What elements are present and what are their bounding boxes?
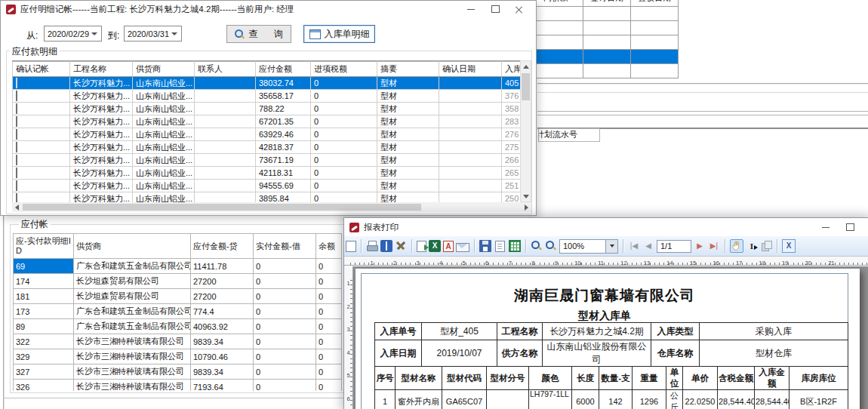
contract-column-header[interactable]: 同价款 (529, 0, 583, 7)
detail-row[interactable]: 长沙万科魅力... 山东南山铝业... 73671.19 0 型材 266 (13, 154, 521, 167)
plan-serial-field[interactable]: 计划流水号 (538, 128, 600, 142)
to-date-combo[interactable]: 2020/03/31 (124, 26, 182, 42)
confirm-checkbox[interactable] (16, 129, 17, 140)
contract-row[interactable] (529, 21, 679, 35)
contract-column-header[interactable]: 验收日期 (631, 0, 679, 7)
close-preview-icon[interactable] (782, 239, 796, 253)
tools-icon[interactable] (395, 240, 407, 252)
preview-area[interactable]: 123456 湖南巨晟门窗幕墙有限公司 型材入库单 入库单号 型材_405 工程… (344, 266, 868, 409)
confirm-checkbox[interactable] (16, 142, 17, 152)
contract-row[interactable] (529, 50, 679, 64)
detail-row[interactable]: 长沙万科魅力... 山东南山铝业... 35658.17 0 型材 376 (13, 90, 521, 103)
export-icon[interactable] (417, 241, 426, 252)
next-page-icon[interactable]: ▶ (694, 240, 706, 252)
horizontal-scrollbar[interactable] (12, 202, 531, 212)
search-icon (235, 29, 244, 38)
confirm-checkbox[interactable] (16, 180, 17, 191)
detail-row[interactable]: 长沙万科魅力... 山东南山铝业... 788.22 0 型材 358 (13, 103, 521, 115)
minimize-button[interactable] (459, 1, 483, 17)
payables-column-header[interactable]: 实付金额-借 (254, 234, 316, 259)
first-page-icon[interactable]: |◀ (628, 240, 640, 252)
prev-page-icon[interactable]: ◀ (642, 240, 654, 252)
hand-tool-icon[interactable] (730, 239, 743, 253)
chevron-down-icon[interactable] (605, 240, 617, 253)
payables-column-header[interactable]: 余额 (316, 234, 342, 259)
detail-row[interactable]: 长沙万科魅力... 山东南山铝业... 94555.69 0 型材 251 (13, 180, 521, 192)
detail-column-header[interactable]: 摘要 (377, 62, 439, 77)
detail-row[interactable]: 长沙万科魅力... 山东南山铝业... 38032.74 0 型材 405 (13, 77, 521, 90)
pdf-icon[interactable] (443, 241, 454, 252)
zoom-in-icon[interactable] (531, 240, 543, 252)
payables-row[interactable]: 69 广东合和建筑五金制品有限公司 11411.78 0 0 (14, 259, 342, 274)
detail-column-header[interactable]: 进项税额 (311, 62, 377, 77)
save-icon[interactable] (479, 240, 491, 252)
payables-row[interactable]: 322 长沙市三湘特种玻璃有限公司 9839.34 0 0 (14, 334, 342, 349)
payables-row[interactable]: 173 广东合和建筑五金制品有限公司 774.4 0 0 (14, 304, 342, 319)
scroll-left-button[interactable] (12, 202, 22, 212)
mail-icon[interactable] (456, 243, 469, 252)
payables-column-header[interactable]: 应-实付款明细ID (14, 234, 74, 259)
from-date-combo[interactable]: 2020/02/29 (44, 26, 102, 42)
minimize-button[interactable] (814, 218, 838, 236)
payables-column-header[interactable]: 应付金额-贷 (191, 234, 254, 259)
payables-detail-titlebar[interactable]: 应付明细记帐------当前工程: 长沙万科魅力之城4.2期------当前用户… (1, 1, 536, 17)
detail-column-header[interactable]: 应付金额 (256, 62, 311, 77)
detail-column-header[interactable]: 确认记帐 (13, 62, 70, 77)
payables-column-header[interactable]: 供货商 (74, 234, 191, 259)
cell-supplier: 山东南山铝业... (133, 103, 195, 115)
last-page-icon[interactable]: ▶| (708, 240, 720, 252)
text-select-icon[interactable] (746, 240, 758, 252)
query-button[interactable]: 查 询 (226, 25, 291, 43)
document-icon[interactable] (495, 241, 505, 252)
scroll-up-button[interactable] (521, 61, 531, 72)
printer-icon[interactable] (366, 240, 378, 252)
book-icon[interactable] (380, 240, 392, 252)
payables-row[interactable]: 327 长沙市三湘特种玻璃有限公司 9839.34 0 0 (14, 364, 342, 380)
detail-column-header[interactable]: 联系人 (195, 62, 256, 77)
scroll-right-button[interactable] (522, 202, 531, 212)
confirm-checkbox[interactable] (16, 168, 17, 178)
confirm-checkbox[interactable] (16, 116, 17, 127)
grid-icon[interactable] (509, 240, 521, 252)
page-indicator-input[interactable]: 1/1 (657, 240, 691, 253)
report-titlebar[interactable]: 报表打印 (344, 218, 868, 236)
contract-row[interactable] (529, 64, 679, 78)
confirm-checkbox[interactable] (16, 103, 17, 114)
excel-icon[interactable] (429, 240, 441, 252)
close-button[interactable] (862, 218, 868, 236)
zoom-out-icon[interactable] (545, 240, 557, 252)
payables-row[interactable]: 329 长沙市三湘特种玻璃有限公司 10790.46 0 0 (14, 349, 342, 364)
scroll-thumb[interactable] (522, 73, 530, 100)
maximize-button[interactable] (483, 1, 507, 17)
payables-row[interactable]: 181 长沙坦森贸易有限公司 27200 0 0 (14, 289, 342, 304)
payables-row[interactable]: 89 广东合和建筑五金制品有限公司 40963.92 0 0 (14, 319, 342, 334)
confirm-checkbox[interactable] (16, 155, 17, 165)
page-setup-icon[interactable] (346, 241, 356, 252)
detail-row[interactable]: 长沙万科魅力... 山东南山铝业... 63929.46 0 型材 276 (13, 128, 521, 141)
scroll-down-button[interactable] (521, 191, 531, 201)
payables-row[interactable]: 326 长沙市三湘特种玻璃有限公司 7193.64 0 0 (14, 380, 342, 392)
form-divider (537, 111, 868, 112)
vertical-scrollbar[interactable] (520, 60, 531, 202)
copy-icon[interactable] (760, 240, 772, 252)
detail-row[interactable]: 长沙万科魅力... 山东南山铝业... 67201.35 0 型材 283 (13, 115, 521, 128)
inbound-detail-button[interactable]: 入库单明细 (303, 25, 375, 43)
detail-row[interactable]: 长沙万科魅力... 山东南山铝业... 42818.37 0 型材 275 (13, 141, 521, 154)
contract-row[interactable] (529, 35, 679, 50)
scroll-thumb[interactable] (23, 204, 421, 211)
detail-column-header[interactable]: 入库 (502, 62, 521, 77)
cell-tax: 0 (311, 103, 377, 115)
detail-column-header[interactable]: 工程名称 (70, 62, 133, 77)
maximize-button[interactable] (838, 218, 862, 236)
ruler-unit: 1 (350, 260, 374, 266)
detail-column-header[interactable]: 确认日期 (439, 62, 502, 77)
contract-column-header[interactable]: 签订日期 (583, 0, 631, 7)
detail-row[interactable]: 长沙万科魅力... 山东南山铝业... 42118.31 0 型材 265 (13, 167, 521, 180)
confirm-checkbox[interactable] (16, 78, 17, 88)
close-button[interactable] (507, 1, 531, 17)
detail-column-header[interactable]: 供货商 (133, 62, 195, 77)
payables-row[interactable]: 174 长沙坦森贸易有限公司 27200 0 0 (14, 274, 342, 289)
zoom-level-combo[interactable]: 100% (559, 239, 618, 254)
contract-row[interactable] (529, 7, 679, 21)
confirm-checkbox[interactable] (16, 91, 17, 101)
